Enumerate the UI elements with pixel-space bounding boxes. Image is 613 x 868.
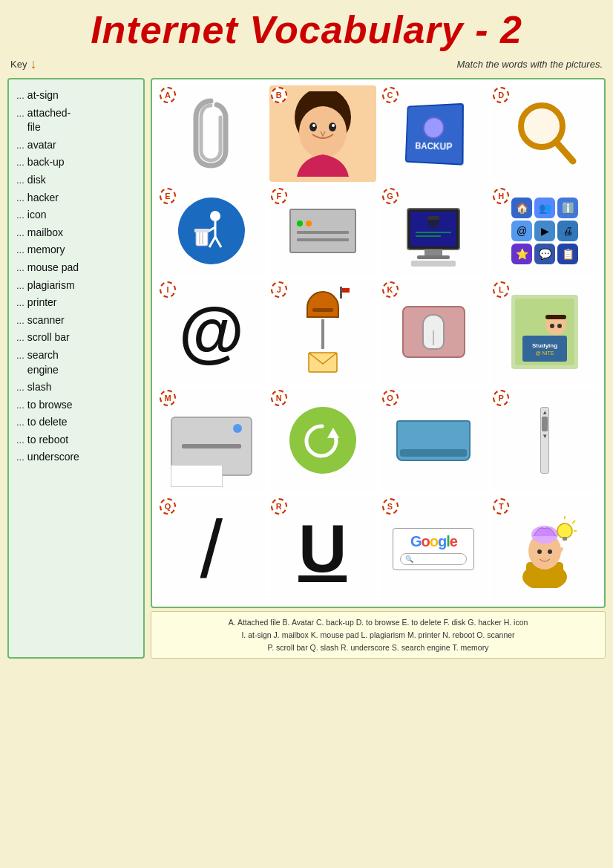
led-row xyxy=(297,221,349,226)
reboot-svg xyxy=(302,420,343,461)
list-item: ... hacker xyxy=(16,191,136,206)
vocab-word-0: at-sign xyxy=(27,88,59,103)
label-T: T xyxy=(493,498,509,515)
label-Q: Q xyxy=(160,498,176,515)
dots-7: ... xyxy=(16,226,24,240)
icon-sms: 💬 xyxy=(534,244,555,264)
label-E: E xyxy=(160,188,176,204)
list-item: ... mouse pad xyxy=(16,261,136,275)
label-J: J xyxy=(271,281,287,298)
dots-12: ... xyxy=(16,314,24,327)
svg-point-31 xyxy=(557,324,562,328)
svg-rect-22 xyxy=(427,216,439,220)
picture-area-wrapper: A B xyxy=(151,78,606,659)
vocab-word-12: scanner xyxy=(27,313,65,328)
at-sign-icon: @ xyxy=(179,298,244,365)
scroll-down-arrow: ▼ xyxy=(542,433,548,439)
svg-point-40 xyxy=(537,549,542,554)
vocab-word-19: underscore xyxy=(27,450,79,465)
magnifier-icon xyxy=(514,100,577,167)
dots-11: ... xyxy=(16,296,24,310)
scroll-thumb xyxy=(542,417,548,431)
list-item: ... avatar xyxy=(16,138,136,153)
cell-J: J xyxy=(269,280,376,384)
icon-play: ▶ xyxy=(534,221,555,241)
picture-row-3: I @ J xyxy=(158,280,598,384)
page-title: Internet Vocabulary - 2 xyxy=(7,7,606,52)
label-I: I xyxy=(160,281,176,298)
google-logo: Google xyxy=(410,533,457,550)
dots-17: ... xyxy=(16,416,24,429)
dots-5: ... xyxy=(16,192,24,205)
cell-H: H 🏠 👥 ℹ️ @ ▶ 🖨 ⭐ 💬 📋 xyxy=(491,186,598,275)
label-F: F xyxy=(271,188,287,204)
scrollbar-icon: ▲ ▼ xyxy=(540,407,549,474)
dots-2: ... xyxy=(16,139,24,152)
list-item: ... memory xyxy=(16,243,136,258)
svg-rect-25 xyxy=(411,261,456,267)
dots-4: ... xyxy=(16,174,24,187)
underscore-u-icon: U xyxy=(298,515,347,582)
svg-rect-13 xyxy=(196,231,208,246)
svg-point-5 xyxy=(332,124,335,127)
dots-9: ... xyxy=(16,261,24,275)
svg-rect-20 xyxy=(417,255,450,259)
printer-icon xyxy=(171,417,252,476)
icon-info: ℹ️ xyxy=(557,198,578,218)
dots-18: ... xyxy=(16,434,24,447)
cell-S: S Google 🔍 xyxy=(381,497,488,601)
reboot-icon xyxy=(289,407,356,474)
svg-point-42 xyxy=(557,523,572,538)
dots-8: ... xyxy=(16,244,24,257)
list-item: ... to browse xyxy=(16,398,136,413)
icon-grid: 🏠 👥 ℹ️ @ ▶ 🖨 ⭐ 💬 📋 xyxy=(511,198,578,264)
slash-icon: / xyxy=(200,508,223,590)
mouse-line xyxy=(433,330,434,345)
vocab-word-13: scroll bar xyxy=(27,330,70,345)
printer-slot xyxy=(182,444,241,448)
hacker-icon xyxy=(396,194,471,268)
mailbox-head xyxy=(306,291,339,318)
dots-0: ... xyxy=(16,89,24,102)
label-H: H xyxy=(493,188,509,204)
avatar-face-icon xyxy=(286,91,360,177)
vocab-word-10: plagiarism xyxy=(27,278,75,293)
cell-R: R U xyxy=(269,497,376,601)
list-item: ... disk xyxy=(16,173,136,188)
label-K: K xyxy=(382,281,399,298)
vocab-word-11: printer xyxy=(27,296,57,310)
svg-line-45 xyxy=(572,521,575,523)
list-item: ... plagiarism xyxy=(16,278,136,293)
answer-key-line-1: A. Attached file B. Avatar C. back-up D.… xyxy=(157,616,599,629)
dots-3: ... xyxy=(16,156,24,169)
cell-M: M xyxy=(158,388,265,492)
cell-K: K xyxy=(381,280,488,384)
picture-area: A B xyxy=(151,78,606,608)
search-engine-icon: Google 🔍 xyxy=(393,528,474,570)
picture-row-1: A B xyxy=(158,85,598,182)
icon-star: ⭐ xyxy=(511,244,532,264)
backup-circle xyxy=(423,116,445,138)
svg-rect-19 xyxy=(424,249,442,255)
vocab-word-18: to reboot xyxy=(27,433,68,448)
instruction-text: Match the words with the pictures. xyxy=(456,59,603,70)
main-content: ... at-sign ... attached-file ... avatar… xyxy=(7,78,606,659)
svg-rect-43 xyxy=(563,537,567,541)
cell-A: A xyxy=(158,85,265,182)
dots-14: ... xyxy=(16,349,24,362)
list-item: ... to reboot xyxy=(16,433,136,448)
cell-L: L xyxy=(491,280,598,384)
cell-E: E xyxy=(158,186,265,275)
answer-key-line-2: I. at-sign J. mailbox K. mouse pad L. pl… xyxy=(157,629,599,642)
list-item: ... scanner xyxy=(16,313,136,328)
vocab-word-15: slash xyxy=(27,380,52,395)
cell-T: T xyxy=(491,497,598,601)
vocab-word-7: mailbox xyxy=(27,226,63,241)
list-item: ... at-sign xyxy=(16,88,136,103)
cell-N: N xyxy=(269,388,376,492)
icon-at: @ xyxy=(511,221,532,241)
list-item: ... back-up xyxy=(16,155,136,170)
label-B: B xyxy=(271,87,287,103)
list-item: ... scroll bar xyxy=(16,330,136,345)
scanner-icon xyxy=(396,420,471,461)
